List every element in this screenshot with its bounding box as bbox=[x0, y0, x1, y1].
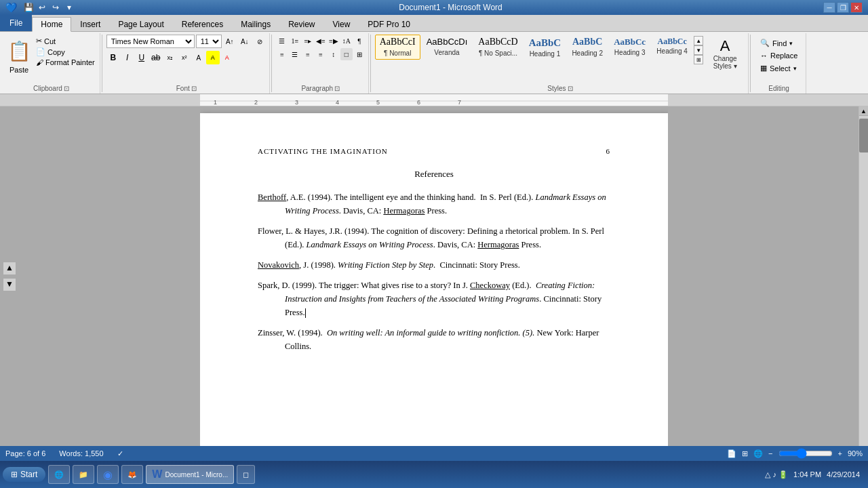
tab-home[interactable]: Home bbox=[32, 17, 71, 32]
ref-entry-flower: Flower, L. & Hayes, J.R. (1994). The cog… bbox=[258, 224, 610, 251]
font-expand-icon[interactable]: ⊡ bbox=[191, 85, 197, 92]
strikethrough-button[interactable]: ab bbox=[149, 51, 163, 64]
bullets-btn[interactable]: ☰ bbox=[276, 35, 288, 47]
align-left-btn[interactable]: ≡ bbox=[276, 48, 288, 60]
select-button[interactable]: ▦ Select ▾ bbox=[757, 62, 800, 74]
style-normal[interactable]: AaBbCcI ¶ Normal bbox=[375, 35, 420, 60]
align-right-btn[interactable]: ≡ bbox=[302, 48, 314, 60]
italic-button[interactable]: I bbox=[121, 51, 134, 64]
taskbar-app-word[interactable]: W Document1 - Micro... bbox=[146, 465, 234, 484]
tab-pdf-pro[interactable]: PDF Pro 10 bbox=[359, 16, 419, 31]
tab-mailings[interactable]: Mailings bbox=[232, 16, 279, 31]
clipboard-group-content: 📋 Paste ✂ Cut 📄 Copy 🖌 Format Painter bbox=[5, 35, 97, 83]
zoom-out-btn[interactable]: − bbox=[768, 449, 772, 458]
highlight-btn[interactable]: A bbox=[206, 51, 220, 64]
shrink-font-btn[interactable]: A↓ bbox=[238, 35, 252, 48]
numbering-btn[interactable]: 1≡ bbox=[289, 35, 301, 47]
start-button[interactable]: ⊞ Start bbox=[3, 467, 45, 482]
style-nospace-label: ¶ No Spaci... bbox=[479, 49, 517, 57]
taskbar-app-files[interactable]: 📁 bbox=[73, 465, 94, 484]
text-effects-btn[interactable]: A bbox=[192, 51, 205, 64]
align-center-btn[interactable]: ☰ bbox=[289, 48, 301, 60]
close-btn[interactable]: ✕ bbox=[850, 2, 863, 13]
style-heading4[interactable]: AaBbCc Heading 4 bbox=[652, 35, 692, 60]
justify-btn[interactable]: ≡ bbox=[315, 48, 327, 60]
styles-expand-arrow[interactable]: ⊞ bbox=[694, 55, 703, 64]
zoom-slider[interactable] bbox=[778, 448, 833, 459]
find-button[interactable]: 🔍 Find ▾ bbox=[757, 37, 800, 49]
underline-button[interactable]: U bbox=[135, 51, 149, 64]
font-name-select[interactable]: Times New Roman bbox=[106, 35, 195, 48]
nav-next-btn[interactable]: ▼ bbox=[3, 278, 16, 291]
ref-entry-spark: Spark, D. (1999). The trigger: What give… bbox=[258, 279, 610, 319]
view-print-btn[interactable]: 📄 bbox=[727, 449, 736, 458]
tab-file[interactable]: File bbox=[0, 15, 32, 31]
view-web-btn[interactable]: 🌐 bbox=[753, 449, 763, 458]
quick-save-btn[interactable]: 💾 bbox=[22, 1, 35, 14]
superscript-button[interactable]: x² bbox=[178, 51, 191, 64]
tab-references[interactable]: References bbox=[173, 16, 232, 31]
style-veranda[interactable]: AaBbCcDı Veranda bbox=[422, 35, 473, 60]
line-spacing-btn[interactable]: ↕ bbox=[328, 48, 340, 60]
increase-indent-btn[interactable]: ≡▶ bbox=[328, 35, 340, 47]
minimize-btn[interactable]: ─ bbox=[823, 2, 835, 13]
styles-expand-icon[interactable]: ⊡ bbox=[568, 85, 573, 92]
select-icon: ▦ bbox=[760, 64, 767, 73]
cut-label: Cut bbox=[44, 37, 56, 45]
styles-scroll-down[interactable]: ▼ bbox=[694, 45, 703, 55]
nav-prev-btn[interactable]: ▲ bbox=[3, 262, 16, 275]
select-dropdown-icon: ▾ bbox=[793, 65, 797, 72]
subscript-button[interactable]: x₂ bbox=[163, 51, 177, 64]
style-h4-preview: AaBbCc bbox=[657, 37, 686, 46]
bold-button[interactable]: B bbox=[106, 51, 120, 64]
view-full-btn[interactable]: ⊞ bbox=[742, 449, 748, 458]
decrease-indent-btn[interactable]: ◀≡ bbox=[315, 35, 327, 47]
grow-font-btn[interactable]: A↑ bbox=[223, 35, 237, 48]
tab-insert[interactable]: Insert bbox=[71, 16, 109, 31]
quick-redo-btn[interactable]: ↪ bbox=[50, 1, 62, 14]
taskbar-app-chrome[interactable]: ◉ bbox=[97, 465, 119, 484]
clear-format-btn[interactable]: ⊘ bbox=[253, 35, 267, 48]
zoom-in-btn[interactable]: + bbox=[838, 449, 842, 458]
style-heading3[interactable]: AaBbCc Heading 3 bbox=[609, 35, 650, 60]
styles-scroll-up[interactable]: ▲ bbox=[694, 36, 703, 45]
customize-quick-access-btn[interactable]: ▾ bbox=[63, 1, 75, 14]
taskbar-app-misc[interactable]: ◻ bbox=[237, 465, 255, 484]
tab-view[interactable]: View bbox=[324, 16, 359, 31]
proofing-icon[interactable]: ✓ bbox=[117, 449, 123, 458]
taskbar-app-ie[interactable]: 🌐 bbox=[48, 465, 70, 484]
document-page[interactable]: ACTIVATING THE IMAGINATION 6 References … bbox=[200, 113, 668, 446]
change-styles-button[interactable]: A ChangeStyles ▾ bbox=[705, 35, 745, 73]
font-color-btn[interactable]: A bbox=[220, 51, 234, 64]
multilevel-btn[interactable]: ≡▸ bbox=[302, 35, 314, 47]
style-no-space[interactable]: AaBbCcD ¶ No Spaci... bbox=[473, 35, 522, 60]
find-dropdown-icon: ▾ bbox=[789, 40, 793, 47]
shading-btn[interactable]: □ bbox=[340, 48, 353, 60]
taskbar-app-firefox[interactable]: 🦊 bbox=[121, 465, 143, 484]
editing-label: Editing bbox=[768, 83, 789, 92]
copy-button[interactable]: 📄 Copy bbox=[34, 47, 97, 57]
font-size-select[interactable]: 11 bbox=[196, 35, 222, 48]
style-heading1[interactable]: AaBbC Heading 1 bbox=[524, 35, 566, 60]
tab-review[interactable]: Review bbox=[279, 16, 323, 31]
scrollbar-thumb[interactable] bbox=[859, 119, 869, 152]
word-icon: W bbox=[152, 468, 162, 481]
style-h1-label: Heading 1 bbox=[530, 50, 561, 58]
format-painter-button[interactable]: 🖌 Format Painter bbox=[34, 58, 97, 67]
restore-btn[interactable]: ❐ bbox=[837, 2, 849, 13]
paste-button[interactable]: 📋 Paste bbox=[5, 35, 33, 75]
quick-undo-btn[interactable]: ↩ bbox=[36, 1, 48, 14]
cut-button[interactable]: ✂ Cut bbox=[34, 36, 97, 46]
change-styles-label: ChangeStyles ▾ bbox=[713, 55, 737, 70]
sort-btn[interactable]: ↕A bbox=[340, 35, 353, 47]
font-format-row: B I U ab x₂ x² A A A bbox=[106, 51, 267, 64]
clipboard-expand-icon[interactable]: ⊡ bbox=[64, 85, 69, 92]
show-hide-btn[interactable]: ¶ bbox=[353, 35, 366, 47]
borders-btn[interactable]: ⊞ bbox=[353, 48, 366, 60]
scrollbar-up-btn[interactable]: ▲ bbox=[859, 106, 869, 116]
tab-page-layout[interactable]: Page Layout bbox=[109, 16, 172, 31]
replace-button[interactable]: ↔ Replace bbox=[757, 50, 800, 61]
style-h3-preview: AaBbCc bbox=[614, 37, 646, 47]
paragraph-expand-icon[interactable]: ⊡ bbox=[334, 85, 340, 92]
style-heading2[interactable]: AaBbC Heading 2 bbox=[567, 35, 608, 60]
